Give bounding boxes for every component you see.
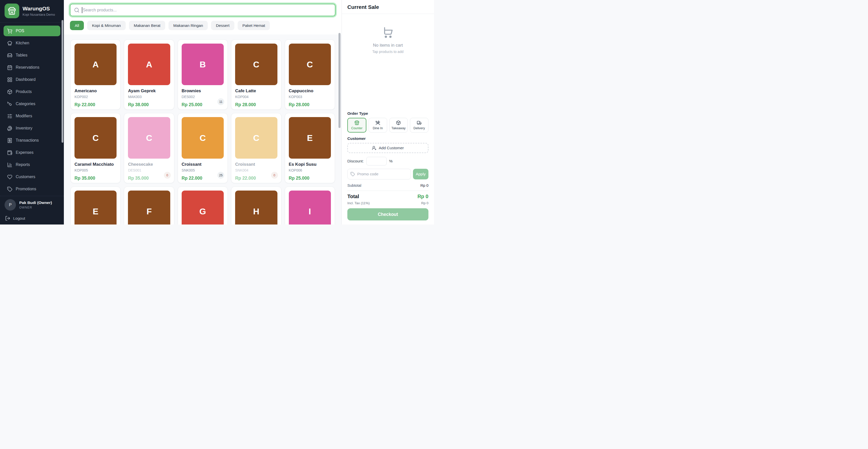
product-card[interactable]: C Cafe Latte KOP004 Rp 28.000 <box>231 39 281 110</box>
order-type-takeaway[interactable]: Takeaway <box>390 118 408 132</box>
sidebar-item-transactions[interactable]: Transactions <box>4 135 60 146</box>
utensils-crossed-icon <box>375 120 380 125</box>
main-header: All Kopi & Minuman Makanan Berat Makanan… <box>64 0 342 34</box>
discount-label: Discount: <box>347 159 364 163</box>
sidebar-item-dashboard[interactable]: Dashboard <box>4 74 60 85</box>
search-input[interactable] <box>83 8 332 12</box>
sidebar-item-categories[interactable]: Categories <box>4 98 60 109</box>
product-sku: KOP006 <box>289 168 331 172</box>
heart-icon <box>7 174 12 180</box>
apply-promo-button[interactable]: Apply <box>413 169 428 179</box>
product-card[interactable]: G <box>178 186 228 224</box>
sidebar-item-customers[interactable]: Customers <box>4 172 60 182</box>
filter-chip-makanan-berat[interactable]: Makanan Berat <box>129 21 165 30</box>
tags-icon <box>7 101 12 107</box>
app-logo-row: WarungOS Kopi Nusantara Demo <box>0 0 64 22</box>
product-card[interactable]: C Caramel Macchiato KOP005 Rp 35.000 <box>70 113 121 183</box>
filter-chip-dessert[interactable]: Dessert <box>211 21 234 30</box>
product-card[interactable]: B Brownies DES002 Rp 25.000 11 <box>178 39 228 110</box>
app-subtitle: Kopi Nusantara Demo <box>23 13 55 17</box>
user-profile[interactable]: P Pak Budi (Owner) OWNER <box>5 199 59 211</box>
product-sku: KOP005 <box>74 168 117 172</box>
product-card[interactable]: A Ayam Geprek MAK003 Rp 38.000 <box>124 39 174 110</box>
product-tile: C <box>182 117 224 159</box>
product-price: Rp 22.000 <box>74 102 117 108</box>
sidebar-scrollbar[interactable] <box>62 20 63 143</box>
order-type-label: Order Type <box>347 111 428 116</box>
receipt-icon <box>7 138 12 143</box>
sidebar-item-label: Expenses <box>16 150 33 155</box>
sidebar-item-tables[interactable]: Tables <box>4 50 60 61</box>
promo-field <box>347 169 411 179</box>
product-grid: A Americano KOP002 Rp 22.000 A Ayam Gepr… <box>64 34 342 224</box>
product-card[interactable]: C Cappuccino KOP003 Rp 28.000 <box>285 39 335 110</box>
product-tile: C <box>74 117 117 159</box>
store-icon <box>5 4 19 18</box>
sidebar-item-reservations[interactable]: Reservations <box>4 62 60 73</box>
product-card[interactable]: F <box>124 186 174 224</box>
product-tile: I <box>289 190 331 224</box>
sidebar-item-modifiers[interactable]: Modifiers <box>4 111 60 121</box>
checkout-button[interactable]: Checkout <box>347 208 428 220</box>
sidebar-item-kitchen[interactable]: Kitchen <box>4 38 60 49</box>
order-type-dine-in[interactable]: Dine In <box>369 118 387 132</box>
product-card[interactable]: E <box>70 186 121 224</box>
product-card[interactable]: C Croissant SNK005 Rp 22.000 25 <box>178 113 228 183</box>
order-type-counter[interactable]: Counter <box>347 118 366 132</box>
sidebar-item-products[interactable]: Products <box>4 86 60 97</box>
order-type-row: Counter Dine In Takeaway Delivery <box>347 118 428 132</box>
sidebar-item-pos[interactable]: POS <box>4 26 60 36</box>
product-card[interactable]: I <box>285 186 335 224</box>
app-name: WarungOS <box>23 5 55 12</box>
total-value: Rp 0 <box>417 193 428 200</box>
chef-hat-icon <box>7 40 12 46</box>
filter-chip-makanan-ringan[interactable]: Makanan Ringan <box>168 21 208 30</box>
product-tile: C <box>235 43 277 85</box>
beef-icon <box>7 126 12 131</box>
sidebar-item-label: Promotions <box>16 187 36 191</box>
product-card-out-of-stock[interactable]: C Croissant SNK004 Rp 22.000 0 <box>231 113 281 183</box>
product-price: Rp 25.000 <box>289 176 331 181</box>
product-name: Croissant <box>182 162 224 167</box>
product-card-out-of-stock[interactable]: C Cheesecake DES001 Rp 35.000 0 <box>124 113 174 183</box>
add-customer-label: Add Customer <box>379 146 404 150</box>
user-plus-icon <box>372 146 376 150</box>
sidebar-item-promotions[interactable]: Promotions <box>4 184 60 194</box>
discount-input[interactable] <box>366 157 386 166</box>
tax-row: Incl. Tax (11%) Rp 0 <box>347 201 428 205</box>
user-name: Pak Budi (Owner) <box>19 201 52 205</box>
stock-badge: 0 <box>164 172 171 179</box>
logout-button[interactable]: Logout <box>5 215 59 222</box>
sidebar-item-expenses[interactable]: Expenses <box>4 147 60 158</box>
filter-chip-kopi-minuman[interactable]: Kopi & Minuman <box>87 21 126 30</box>
tag-icon <box>350 172 355 176</box>
product-card[interactable]: A Americano KOP002 Rp 22.000 <box>70 39 121 110</box>
product-price: Rp 28.000 <box>235 102 277 108</box>
order-type-option-label: Delivery <box>413 126 425 130</box>
sidebar-item-label: Dashboard <box>16 77 35 82</box>
sidebar-item-label: Modifiers <box>16 114 32 118</box>
product-card[interactable]: H <box>231 186 281 224</box>
product-sku: KOP002 <box>74 95 117 99</box>
product-name: Croissant <box>235 162 277 167</box>
promo-code-input[interactable] <box>357 172 408 176</box>
sidebar-item-reports[interactable]: Reports <box>4 159 60 170</box>
sidebar-item-inventory[interactable]: Inventory <box>4 123 60 133</box>
tag-icon <box>7 186 12 192</box>
filter-chip-paket-hemat[interactable]: Paket Hemat <box>238 21 270 30</box>
sidebar-item-label: POS <box>16 29 24 33</box>
product-price: Rp 28.000 <box>289 102 331 108</box>
sofa-icon <box>7 53 12 58</box>
product-name: Americano <box>74 88 117 93</box>
add-customer-button[interactable]: Add Customer <box>347 143 428 153</box>
discount-row: Discount: % <box>347 157 428 166</box>
product-price: Rp 35.000 <box>74 176 117 181</box>
order-type-delivery[interactable]: Delivery <box>410 118 428 132</box>
product-grid-scrollbar[interactable] <box>339 33 341 128</box>
product-price: Rp 22.000 <box>235 176 277 181</box>
subtotal-label: Subtotal <box>347 183 361 187</box>
filter-chip-all[interactable]: All <box>70 21 84 30</box>
sidebar-item-label: Reports <box>16 162 30 167</box>
sidebar-item-label: Kitchen <box>16 41 29 46</box>
product-card[interactable]: E Es Kopi Susu KOP006 Rp 25.000 <box>285 113 335 183</box>
